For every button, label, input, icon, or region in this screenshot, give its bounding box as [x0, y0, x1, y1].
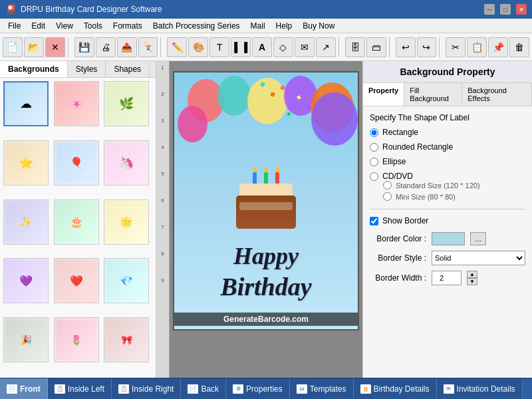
ruler-9: 9	[161, 277, 164, 304]
tab-inside-left[interactable]: 📋 Inside Left	[48, 378, 112, 399]
menu-mail[interactable]: Mail	[245, 20, 271, 32]
ruler-8: 8	[161, 251, 164, 277]
print-button[interactable]: 🖨	[96, 37, 116, 57]
menu-tools[interactable]: Tools	[78, 20, 108, 32]
cd-standard[interactable]: Standard Size (120 * 120)	[383, 181, 525, 190]
ellipse-radio[interactable]	[370, 158, 378, 166]
background-thumb-1[interactable]: ☁	[3, 81, 49, 126]
background-thumb-15[interactable]: 🎀	[104, 317, 149, 362]
border-width-input[interactable]	[432, 271, 462, 285]
tab-shapes[interactable]: Shapes	[106, 61, 150, 77]
tab-birthday-details[interactable]: 🎂 Birthday Details	[354, 378, 437, 399]
ruler-1: 1	[161, 65, 164, 91]
menu-help[interactable]: Help	[271, 20, 298, 32]
tab-back[interactable]: 📄 Back	[181, 378, 226, 399]
background-thumb-6[interactable]: 🦄	[104, 140, 149, 186]
shape-ellipse[interactable]: Ellipse	[370, 157, 525, 166]
new-button[interactable]: 📄	[3, 37, 23, 57]
cd-standard-radio[interactable]	[383, 181, 392, 190]
background-thumb-3[interactable]: 🌿	[104, 81, 149, 126]
barcode-button[interactable]: ▌▐	[231, 37, 251, 57]
card-canvas[interactable]: Happy Birthday GenerateBarcode.com	[173, 71, 359, 331]
menu-file[interactable]: File	[3, 20, 26, 32]
paste-button[interactable]: 📌	[488, 37, 508, 57]
background-thumb-12[interactable]: 💎	[104, 258, 149, 303]
select-button[interactable]: ↗	[316, 37, 336, 57]
cd-mini-radio[interactable]	[383, 192, 392, 201]
copy-button[interactable]: 📋	[467, 37, 487, 57]
redo-button[interactable]: ↪	[417, 37, 437, 57]
rounded-rectangle-radio[interactable]	[370, 143, 378, 152]
background-thumb-8[interactable]: 🎂	[54, 200, 99, 245]
open-button[interactable]: 📂	[24, 37, 44, 57]
tab-property[interactable]: Property	[363, 83, 404, 106]
delete-button[interactable]: 🗑	[509, 37, 529, 57]
tab-fill-background[interactable]: Fill Background	[404, 83, 462, 106]
font-button[interactable]: A	[252, 37, 272, 57]
ruler-4: 4	[161, 144, 164, 171]
export-button[interactable]: 📤	[117, 37, 137, 57]
confetti-2	[297, 95, 301, 100]
background-thumb-4[interactable]: ⭐	[3, 140, 49, 186]
background-thumb-11[interactable]: ❤️	[54, 258, 99, 303]
email-button[interactable]: ✉	[295, 37, 315, 57]
shape-cd-dvd[interactable]: CD/DVD	[370, 172, 525, 181]
menu-edit[interactable]: Edit	[26, 20, 51, 32]
save-button[interactable]: 💾	[74, 37, 94, 57]
tab-inside-right[interactable]: 📋 Inside Right	[112, 378, 181, 399]
show-border-checkbox[interactable]	[370, 217, 378, 225]
front-icon: 📄	[7, 384, 17, 394]
background-thumb-9[interactable]: 🌟	[104, 200, 149, 245]
border-width-spinner: ▲ ▼	[467, 271, 477, 285]
toolbar-sep-4	[389, 37, 393, 57]
tab-templates[interactable]: 🗂 Templates	[290, 378, 354, 399]
tab-backgrounds[interactable]: Backgrounds	[0, 61, 68, 77]
shape-button[interactable]: ◇	[273, 37, 293, 57]
text-button[interactable]: T	[209, 37, 229, 57]
border-style-select[interactable]: Solid Dashed Dotted Double	[432, 251, 525, 265]
pencil-button[interactable]: ✏️	[167, 37, 187, 57]
flame-1	[253, 167, 257, 172]
tab-styles[interactable]: Styles	[68, 61, 106, 77]
border-color-swatch[interactable]	[432, 232, 465, 245]
undo-button[interactable]: ↩	[396, 37, 416, 57]
background-thumb-14[interactable]: 🌷	[54, 317, 99, 362]
maximize-button[interactable]: □	[500, 4, 511, 15]
border-color-picker-button[interactable]: …	[470, 232, 486, 245]
shape-rounded-rectangle[interactable]: Rounded Rectangle	[370, 142, 525, 152]
cddvd-radio[interactable]	[370, 172, 378, 181]
minimize-button[interactable]: ─	[484, 4, 495, 15]
tab-background-effects[interactable]: Background Effects	[462, 83, 532, 106]
property-tabs: Property Fill Background Background Effe…	[363, 83, 532, 106]
confetti-1	[280, 85, 285, 90]
card-settings-button[interactable]: 🃏	[138, 37, 158, 57]
background-thumb-7[interactable]: ✨	[3, 200, 49, 245]
background-thumb-2[interactable]: 🌸	[54, 81, 99, 126]
tab-properties[interactable]: ⚙ Properties	[226, 378, 290, 399]
db2-button[interactable]: 🗃	[366, 37, 386, 57]
menu-buy[interactable]: Buy Now	[297, 20, 340, 32]
menu-formats[interactable]: Formats	[108, 20, 148, 32]
rectangle-radio[interactable]	[370, 128, 378, 137]
color-button[interactable]: 🎨	[188, 37, 208, 57]
close-button[interactable]: ✕	[516, 4, 527, 15]
cd-mini[interactable]: Mini Size (80 * 80)	[383, 192, 525, 201]
shape-rectangle[interactable]: Rectangle	[370, 128, 525, 137]
tab-invitation-details[interactable]: ✉ Invitation Details	[437, 378, 523, 399]
menu-view[interactable]: View	[51, 20, 78, 32]
cut-button[interactable]: ✂	[446, 37, 466, 57]
background-thumb-13[interactable]: 🎉	[3, 317, 49, 362]
toolbar-sep-3	[338, 37, 342, 57]
front-label: Front	[20, 384, 41, 394]
db1-button[interactable]: 🗄	[345, 37, 365, 57]
menu-batch[interactable]: Batch Processing Series	[148, 20, 245, 32]
app-title: DRPU Birthday Card Designer Software	[21, 5, 162, 14]
properties-label: Properties	[246, 384, 283, 394]
close-button-tb[interactable]: ✕	[45, 37, 65, 57]
spin-down-button[interactable]: ▼	[467, 278, 477, 285]
tab-front[interactable]: 📄 Front	[0, 378, 48, 399]
background-thumb-10[interactable]: 💜	[3, 258, 49, 303]
background-thumb-5[interactable]: 🎈	[54, 140, 99, 186]
border-style-label: Border Style :	[370, 253, 426, 263]
spin-up-button[interactable]: ▲	[467, 271, 477, 278]
